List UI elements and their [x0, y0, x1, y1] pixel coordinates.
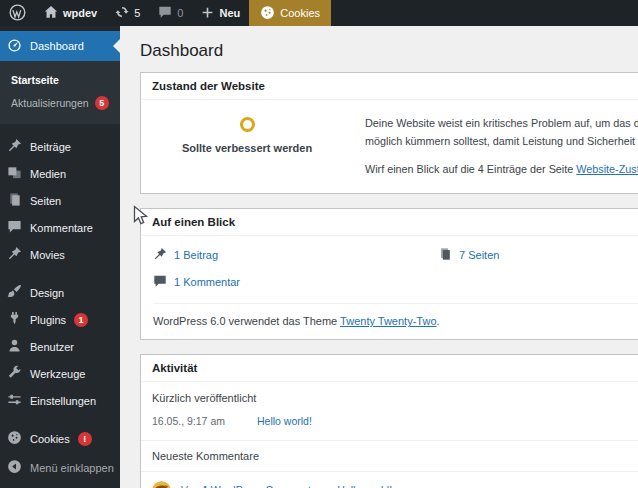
health-cta-text: Wirf einen Blick auf die 4 Einträge der … [365, 163, 576, 175]
plugin-icon [7, 311, 22, 328]
user-icon [7, 338, 22, 355]
activity-header[interactable]: Aktivität [141, 355, 638, 382]
website-zustand-link[interactable]: Website-Zustand [576, 163, 638, 175]
wordpress-version-line: WordPress 6.0 verwendet das Theme Twenty… [153, 303, 638, 327]
submenu-label: Startseite [11, 74, 59, 86]
glance-comments-item: 1 Kommentar [153, 274, 438, 290]
pin-icon [7, 138, 22, 155]
pin-icon [7, 246, 22, 263]
wordpress-logo-menu[interactable] [0, 0, 35, 26]
sidebar-item-label: Design [30, 287, 64, 299]
health-cta: Wirf einen Blick auf die 4 Einträge der … [365, 161, 638, 179]
comments-menu[interactable]: 0 [149, 0, 192, 26]
menu-separator [0, 268, 120, 279]
sidebar-item-label: Medien [30, 168, 66, 180]
site-link[interactable]: wpdev [35, 0, 106, 26]
comment-connector: zu [320, 484, 337, 488]
published-post-row: 16.05., 9:17 am Hello world! [141, 407, 638, 440]
cookie-icon [260, 5, 275, 22]
commenter-avatar [152, 481, 171, 488]
site-health-text: Deine Website weist ein kritisches Probl… [353, 100, 638, 193]
main-content: Dashboard Zustand der Website Sollte ver… [120, 26, 638, 488]
collapse-label: Menü einklappen [30, 462, 114, 474]
health-text-line1: Deine Website weist ein kritisches Probl… [365, 115, 638, 133]
sidebar-item-design[interactable]: Design [0, 279, 120, 306]
sidebar-item-movies[interactable]: Movies [0, 241, 120, 268]
site-health-status: Sollte verbessert werden [141, 100, 353, 193]
sidebar-item-benutzer[interactable]: Benutzer [0, 333, 120, 360]
site-health-body: Sollte verbessert werden Deine Website w… [141, 100, 638, 193]
sidebar-item-label: Movies [30, 249, 65, 261]
activity-panel: Aktivität Kürzlich veröffentlicht 16.05.… [140, 354, 638, 488]
site-health-panel: Zustand der Website Sollte verbessert we… [140, 72, 638, 194]
wrench-icon [7, 365, 22, 382]
plus-icon [201, 6, 214, 21]
cookies-badge: ! [78, 432, 92, 446]
comment-row: Von A WordPress Commenter zu Hello world… [141, 471, 638, 488]
at-a-glance-panel: Auf einen Blick 1 Beitrag 7 Seiten [140, 208, 638, 340]
updates-menu[interactable]: 5 [106, 0, 149, 26]
recently-published-heading: Kürzlich veröffentlicht [141, 382, 638, 407]
sidebar-item-dashboard[interactable]: Dashboard [0, 31, 120, 61]
sidebar-item-label: Dashboard [30, 40, 84, 52]
at-a-glance-body: 1 Beitrag 7 Seiten 1 Kommentar WordPress… [141, 236, 638, 339]
comment-prefix: Von [181, 484, 201, 488]
sidebar-item-label: Einstellungen [30, 395, 96, 407]
posts-count-link[interactable]: 1 Beitrag [174, 249, 218, 261]
sidebar-item-einstellungen[interactable]: Einstellungen [0, 387, 120, 414]
updates-count: 5 [134, 7, 140, 19]
sidebar-item-label: Benutzer [30, 341, 74, 353]
comments-count: 0 [177, 7, 183, 19]
plugins-badge: 1 [74, 313, 88, 327]
dashboard-submenu: Startseite Aktualisierungen 5 [0, 61, 120, 124]
sidebar-item-label: Plugins [30, 314, 66, 326]
at-a-glance-header[interactable]: Auf einen Blick [141, 209, 638, 236]
health-progress-ring [240, 117, 255, 132]
sidebar-item-werkzeuge[interactable]: Werkzeuge [0, 360, 120, 387]
version-text: WordPress 6.0 verwendet das Theme [153, 315, 340, 327]
sidebar-item-seiten[interactable]: Seiten [0, 187, 120, 214]
current-menu-arrow [113, 39, 120, 53]
home-icon [44, 5, 58, 21]
sidebar-item-label: Beiträge [30, 141, 71, 153]
sidebar-item-medien[interactable]: Medien [0, 160, 120, 187]
new-content-menu[interactable]: Neu [192, 0, 249, 26]
sidebar-item-kommentare[interactable]: Kommentare [0, 214, 120, 241]
cookies-tab-label: Cookies [280, 7, 320, 19]
dashboard-gauge-icon [7, 38, 22, 55]
submenu-item-aktualisierungen[interactable]: Aktualisierungen 5 [0, 91, 120, 115]
post-title-link[interactable]: Hello world! [257, 415, 312, 427]
site-name: wpdev [63, 7, 97, 19]
sidebar-item-label: Seiten [30, 195, 61, 207]
media-icon [7, 165, 22, 182]
admin-bar: wpdev 5 0 Neu Cookies [0, 0, 638, 26]
updates-badge: 5 [95, 96, 109, 110]
cookie-icon [7, 430, 22, 447]
sidebar-item-beitraege[interactable]: Beiträge [0, 133, 120, 160]
cookies-adminbar-tab[interactable]: Cookies [249, 0, 331, 26]
pages-icon [438, 247, 452, 263]
theme-link[interactable]: Twenty Twenty-Two [340, 315, 436, 327]
submenu-item-startseite[interactable]: Startseite [0, 69, 120, 91]
brush-icon [7, 284, 22, 301]
sidebar-menu: Dashboard Startseite Aktualisierungen 5 … [0, 26, 120, 488]
pin-icon [153, 247, 167, 263]
comment-text: Von A WordPress Commenter zu Hello world… [181, 481, 392, 488]
wordpress-logo-icon [9, 4, 26, 23]
sliders-icon [7, 392, 22, 409]
sidebar-item-label: Werkzeuge [30, 368, 85, 380]
site-health-header[interactable]: Zustand der Website [141, 73, 638, 100]
comment-icon [7, 219, 22, 236]
comment-icon [153, 274, 167, 290]
pages-count-link[interactable]: 7 Seiten [459, 249, 499, 261]
comments-count-link[interactable]: 1 Kommentar [174, 276, 240, 288]
new-label: Neu [219, 7, 240, 19]
collapse-menu-button[interactable]: Menü einklappen [0, 454, 120, 481]
sidebar-item-cookies[interactable]: Cookies ! [0, 425, 120, 452]
comment-author-link[interactable]: A WordPress Commenter [201, 484, 320, 488]
recent-comments-heading: Neueste Kommentare [141, 440, 638, 471]
comment-post-link[interactable]: Hello world! [337, 484, 392, 488]
sidebar-item-plugins[interactable]: Plugins 1 [0, 306, 120, 333]
version-suffix: . [437, 315, 440, 327]
collapse-arrow-icon [7, 459, 22, 476]
